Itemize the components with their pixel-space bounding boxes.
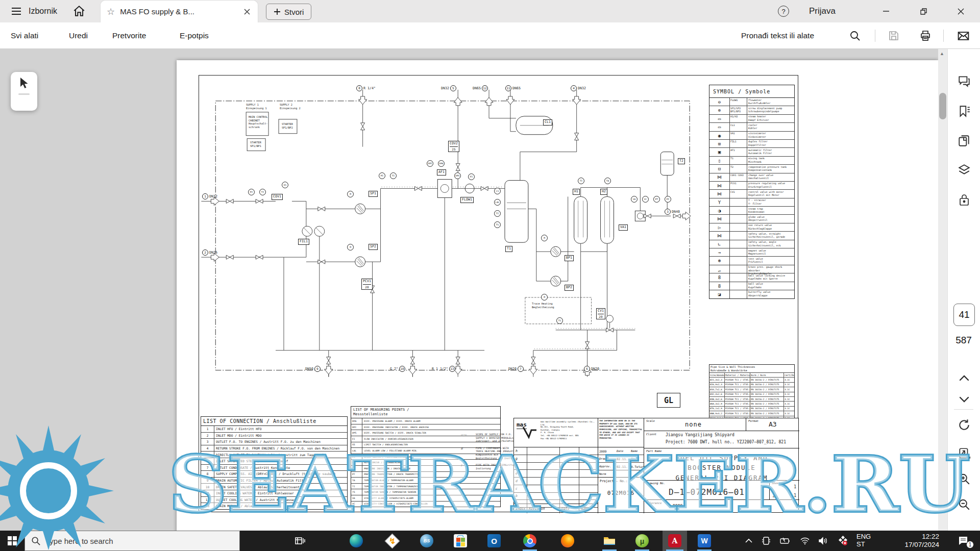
taskbar-app-edge[interactable] <box>345 531 368 551</box>
drawing-annotation: DPS <box>454 172 461 179</box>
format-value: A3 <box>769 420 777 428</box>
previous-page-icon[interactable] <box>957 370 972 386</box>
zoom-in-icon[interactable] <box>957 471 972 487</box>
symbol-legend: SYMBOL / Symbole ⊖ FLOW1 flowmeterDurchf… <box>709 85 795 299</box>
drawing-annotation: Trace Heating Begleitheizung <box>532 302 554 309</box>
tray-chevron-icon[interactable] <box>741 531 756 551</box>
tray-clock[interactable]: 12:22 17/07/2024 <box>886 531 939 551</box>
print-icon[interactable] <box>919 29 932 42</box>
taskbar-app-chrome[interactable] <box>519 531 541 551</box>
search-icon[interactable] <box>848 29 862 42</box>
legend-symbol-icon: ▯ <box>709 157 730 165</box>
scroll-up-arrow[interactable]: ▲ <box>940 51 944 56</box>
drawing-annotation: PI <box>379 172 385 179</box>
drawing-annotation: VC <box>642 196 649 203</box>
legend-row: ⋈ globe valveAbsperrventil <box>709 215 794 223</box>
vertical-scrollbar[interactable]: ▲ <box>938 49 947 531</box>
zoom-out-icon[interactable] <box>957 497 972 512</box>
connection-row: 7OUTLET CONDENSATE / Austritt Kondensate <box>201 465 347 471</box>
scrollbar-thumb[interactable] <box>939 93 946 119</box>
drawing-annotation: T2 <box>678 158 685 164</box>
connection-row: 5DIRECTLY OUTLET TO DAYTANK / Direktaust… <box>201 452 347 458</box>
cursor-tool-icon[interactable] <box>18 77 30 89</box>
menu-icon[interactable] <box>10 5 23 17</box>
restore-button[interactable] <box>912 0 935 22</box>
taskbar-app-word[interactable]: W <box>693 531 716 551</box>
legend-row: ⋈ PCV1 pressure regulating valveDruckreg… <box>709 182 794 190</box>
save-icon[interactable] <box>887 29 900 42</box>
task-view-button[interactable] <box>289 531 311 551</box>
taskbar-app-winamp[interactable]: ↯ <box>381 531 403 551</box>
drawing-annotation: LAL <box>494 199 501 206</box>
legend-symbol-icon: ⊛ <box>709 257 730 265</box>
notification-center-button[interactable]: 1 <box>950 531 976 551</box>
drawing-annotation: PI <box>248 189 255 195</box>
taskbar-search[interactable]: Type here to search <box>24 531 240 551</box>
next-page-icon[interactable] <box>957 392 972 407</box>
drawing-annotation: CV120 <box>596 308 605 319</box>
bookmarks-icon[interactable] <box>957 104 972 119</box>
tray-tablet-icon[interactable] <box>758 531 774 551</box>
home-icon[interactable] <box>72 4 87 18</box>
mail-icon[interactable] <box>957 29 970 42</box>
pipe-table-row: Ø33,7x2,6P235GH TC1 / ST35.8EN 10216-2 /… <box>709 387 794 392</box>
drawing-annotation: M <box>347 244 354 251</box>
favorite-star-icon[interactable]: ☆ <box>107 6 115 17</box>
legend-symbol-icon: ◑ <box>709 207 730 215</box>
project-no-label: Project – No.: <box>600 479 628 483</box>
legend-row: ⊞ FIL1 duplex filterDoppelfilter <box>709 140 794 148</box>
drawing-annotation: TS <box>556 317 563 324</box>
drawing-annotation: BP1 <box>565 255 574 261</box>
floating-tool-panel[interactable] <box>11 72 37 111</box>
taskbar-app-bsplayer[interactable]: BS <box>415 531 438 551</box>
pipe-table-row: Ø76,1x2,9P235GH TC1 / ST35.8EN 10216-2 /… <box>709 407 794 411</box>
legend-row: ⊛ test valvePrüfventil <box>709 257 794 265</box>
legend-symbol-icon: ⊖ <box>709 98 730 106</box>
legend-symbol-icon: ▭ <box>709 115 730 123</box>
revision-row: g <box>514 455 598 463</box>
taskbar-app-file-explorer[interactable] <box>598 531 621 551</box>
pdf-page: 8R 1/4"DN325DN651211DN654DN32DN509G 2"10… <box>177 60 938 531</box>
legend-symbol-icon: ⋈ <box>709 215 730 223</box>
drawing-annotation: SP1 <box>369 191 378 197</box>
taskbar-app-acrobat[interactable]: A <box>663 531 687 551</box>
create-button[interactable]: Stvori <box>266 4 311 20</box>
tray-sync-error-icon[interactable] <box>835 531 850 551</box>
tab-edit[interactable]: Uredi <box>69 22 88 49</box>
pipe-table-row: Ø48,3x2,6P235GH TC1 / ST35.8EN 10216-2 /… <box>709 397 794 402</box>
tab-close-icon[interactable] <box>242 7 252 16</box>
drawing-annotation: 1DN32 <box>202 191 218 201</box>
tab-convert[interactable]: Pretvorite <box>112 22 146 49</box>
tray-volume-icon[interactable] <box>816 531 831 551</box>
pages-icon[interactable] <box>957 133 972 148</box>
tray-wifi-icon[interactable] <box>797 531 813 551</box>
taskbar-app-outlook[interactable]: O <box>483 531 505 551</box>
rotate-icon[interactable] <box>957 417 972 433</box>
taskbar-app-firefox[interactable] <box>556 531 579 551</box>
drawing-annotation: DPA <box>438 160 445 167</box>
start-button[interactable] <box>0 531 24 551</box>
document-tab[interactable]: ☆ MAS FO supply & B... <box>100 0 258 22</box>
drawing-annotation: H2 <box>600 189 607 195</box>
menu-label[interactable]: Izbornik <box>29 0 57 22</box>
comments-icon[interactable] <box>957 73 972 89</box>
tray-language[interactable]: ENG ST <box>856 531 879 551</box>
close-button[interactable] <box>949 0 972 22</box>
tab-all-tools[interactable]: Svi alati <box>11 22 38 49</box>
drawing-annotation: PT <box>653 196 660 203</box>
tray-battery-icon[interactable] <box>777 531 792 551</box>
protect-icon[interactable] <box>957 192 972 208</box>
fit-page-icon[interactable] <box>957 446 972 461</box>
layers-icon[interactable] <box>957 162 972 178</box>
help-icon[interactable]: ? <box>778 6 789 17</box>
taskbar-app-store[interactable] <box>449 531 472 551</box>
legend-symbol-icon: ⋈ <box>709 190 730 198</box>
minimize-button[interactable] <box>874 0 898 22</box>
page-number-input[interactable]: 41 <box>953 304 975 326</box>
disclaimer: THE INFORMATION HERE ON IS THE PROPERTY … <box>598 418 644 447</box>
tab-esign[interactable]: E-potpis <box>180 22 209 49</box>
find-text-label[interactable]: Pronađi tekst ili alate <box>741 22 814 49</box>
connection-row: 6INLET SATURATED STEAM / Eintritt Dampf <box>201 458 347 465</box>
taskbar-app-utorrent[interactable]: µ <box>631 531 653 551</box>
signin-button[interactable]: Prijava <box>809 0 836 22</box>
